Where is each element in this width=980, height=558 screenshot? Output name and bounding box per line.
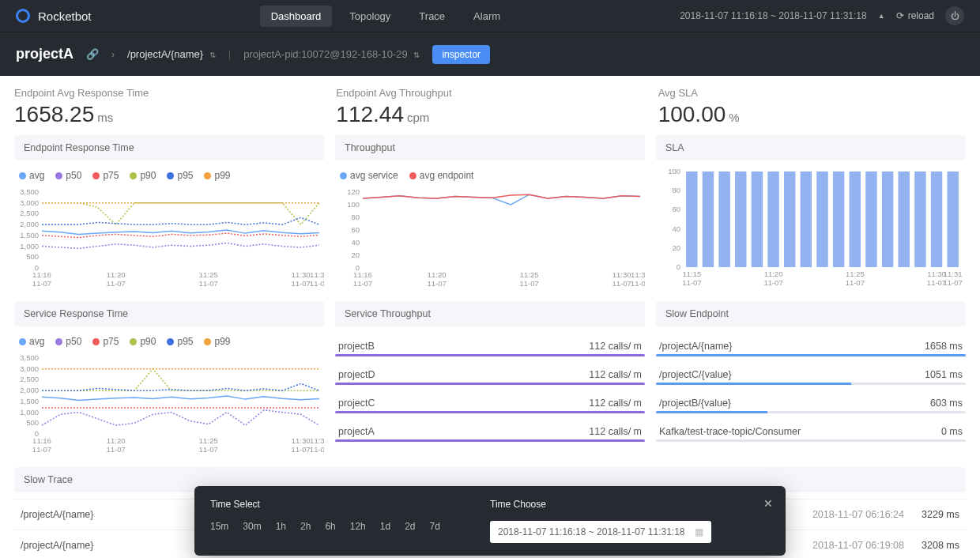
svg-text:11:30: 11:30 [292, 436, 311, 445]
preset-7d[interactable]: 7d [430, 521, 440, 532]
svg-text:11:16: 11:16 [32, 270, 51, 279]
list-item[interactable]: Kafka/test-trace-topic/Consumer0 ms [656, 418, 966, 439]
svg-text:11-07: 11-07 [310, 445, 324, 454]
list-item[interactable]: projectC112 calls/ m [335, 390, 645, 411]
metric-value: 1658.25 [14, 102, 94, 126]
main-nav: Dashboard Topology Trace Alarm [92, 6, 680, 27]
list-item[interactable]: /projectC/{value}1051 ms [656, 361, 966, 383]
dot-avg [19, 338, 26, 345]
list-item[interactable]: projectA112 calls/ m [335, 418, 645, 439]
list-item-bar [335, 383, 645, 385]
svg-text:11-07: 11-07 [427, 279, 446, 288]
endpoint-selector[interactable]: /projectA/{name} ⇅ [127, 48, 216, 60]
power-button[interactable]: ⏻ [945, 6, 964, 25]
preset-30m[interactable]: 30m [243, 521, 261, 532]
preset-2d[interactable]: 2d [405, 521, 415, 532]
chevron-up-icon[interactable]: ▲ [878, 12, 885, 20]
divider: | [228, 48, 231, 60]
legend-response: avg p50 p75 p90 p95 p99 [14, 167, 324, 187]
svg-text:0: 0 [677, 262, 680, 271]
svg-rect-56 [931, 172, 942, 267]
svg-text:120: 120 [347, 187, 360, 196]
metric-avg-response: Endpoint Avg Response Time 1658.25ms [14, 87, 322, 127]
nav-right: 2018-11-07 11:16:18 ~ 2018-11-07 11:31:1… [680, 6, 964, 25]
svg-rect-43 [718, 172, 729, 267]
reload-button[interactable]: ⟳ reload [896, 10, 934, 21]
svg-text:11:25: 11:25 [199, 270, 218, 279]
svg-text:11-07: 11-07 [106, 279, 125, 288]
svg-text:3,500: 3,500 [20, 187, 39, 196]
close-icon[interactable]: ✕ [763, 497, 773, 510]
svg-text:11:30: 11:30 [292, 270, 311, 279]
nav-dashboard[interactable]: Dashboard [260, 6, 333, 27]
preset-6h[interactable]: 6h [325, 521, 335, 532]
time-range-display[interactable]: 2018-11-07 11:16:18 ~ 2018-11-07 11:31:1… [680, 10, 867, 21]
chart-svc-response: 05001,0001,5002,0002,5003,0003,50011:161… [14, 353, 324, 456]
svg-text:40: 40 [672, 224, 680, 233]
time-range-input[interactable]: 2018-11-07 11:16:18 ~ 2018-11-07 11:31:1… [490, 521, 711, 543]
svg-text:11:20: 11:20 [428, 270, 447, 279]
list-item[interactable]: projectB112 calls/ m [335, 333, 645, 354]
breadcrumb-bar: projectA 🔗 › /projectA/{name} ⇅ | projec… [0, 32, 980, 76]
card-title: Service Throughput [335, 301, 645, 326]
list-item[interactable]: projectD112 calls/ m [335, 361, 645, 383]
svg-text:1,500: 1,500 [20, 231, 39, 239]
list-item-name: Kafka/test-trace-topic/Consumer [659, 426, 801, 437]
time-select-title: Time Select [210, 499, 490, 510]
chart-throughput: 02040608010012011:1611-0711:2011-0711:25… [335, 187, 645, 290]
svg-text:1,500: 1,500 [20, 397, 39, 405]
svg-text:11:20: 11:20 [107, 270, 126, 279]
list-item-value: 112 calls/ m [589, 341, 642, 352]
svg-text:100: 100 [347, 200, 360, 209]
dot-p95 [167, 172, 174, 179]
list-item-name: /projectA/{name} [659, 341, 732, 352]
card-response-time: Endpoint Response Time avg p50 p75 p90 p… [14, 135, 324, 290]
trace-time: 2018-11-07 06:16:24 [778, 509, 904, 520]
svg-rect-57 [947, 172, 958, 267]
preset-2h[interactable]: 2h [300, 521, 311, 532]
svg-text:11:31: 11:31 [631, 270, 645, 279]
nav-alarm[interactable]: Alarm [462, 6, 511, 27]
dot-avg [19, 172, 26, 179]
preset-12h[interactable]: 12h [350, 521, 366, 532]
dot-p99 [204, 338, 211, 345]
refresh-icon: ⟳ [896, 10, 904, 21]
card-title: Throughput [335, 135, 645, 160]
svg-text:11:31: 11:31 [944, 270, 963, 278]
instance-selector[interactable]: projectA-pid:10072@192-168-10-29 ⇅ [243, 48, 420, 60]
list-item[interactable]: /projectA/{name}1658 ms [656, 333, 966, 354]
svg-text:20: 20 [672, 243, 680, 252]
svg-text:11-07: 11-07 [612, 279, 631, 288]
list-item-value: 603 ms [930, 398, 963, 409]
list-item-value: 112 calls/ m [589, 426, 642, 437]
preset-15m[interactable]: 15m [210, 521, 228, 532]
list-item-value: 0 ms [941, 426, 963, 437]
list-item[interactable]: /projectB/{value}603 ms [656, 390, 966, 411]
svg-rect-45 [752, 172, 763, 267]
svg-text:11:25: 11:25 [520, 270, 539, 279]
svg-rect-44 [735, 172, 746, 267]
nav-topology[interactable]: Topology [338, 6, 401, 27]
list-item-bar [335, 439, 645, 442]
svg-text:11:31: 11:31 [310, 436, 324, 445]
preset-1d[interactable]: 1d [380, 521, 390, 532]
card-svc-throughput: Service Throughput projectB112 calls/ mp… [335, 301, 645, 456]
svg-text:11-07: 11-07 [106, 445, 125, 454]
svg-rect-46 [767, 172, 778, 267]
time-range-value: 2018-11-07 11:16:18 ~ 2018-11-07 11:31:1… [498, 526, 685, 537]
preset-1h[interactable]: 1h [276, 521, 286, 532]
power-icon: ⏻ [951, 11, 959, 21]
svg-text:500: 500 [26, 418, 39, 427]
svg-rect-53 [882, 172, 893, 267]
trace-ms: 3208 ms [904, 540, 959, 551]
metric-label: Endpoint Avg Response Time [14, 87, 322, 99]
card-slow-endpoint: Slow Endpoint /projectA/{name}1658 ms/pr… [656, 301, 966, 456]
list-item-value: 1051 ms [925, 369, 963, 380]
metric-value: 112.44 [336, 102, 404, 126]
svg-rect-55 [914, 172, 925, 267]
nav-trace[interactable]: Trace [408, 6, 456, 27]
svg-rect-50 [833, 172, 844, 267]
topbar: Rocketbot Dashboard Topology Trace Alarm… [0, 0, 980, 32]
dot-p50 [55, 172, 62, 179]
inspector-button[interactable]: inspector [432, 45, 490, 64]
